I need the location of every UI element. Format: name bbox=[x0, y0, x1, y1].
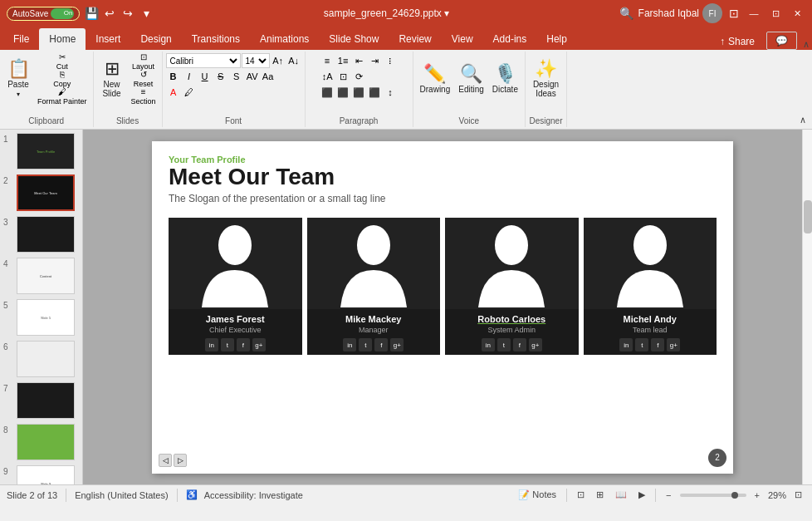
zoom-slider[interactable] bbox=[680, 494, 746, 497]
font-color-button[interactable]: A bbox=[166, 85, 181, 100]
tab-view[interactable]: View bbox=[442, 28, 483, 50]
notes-button[interactable]: 📝 Notes bbox=[515, 489, 560, 501]
minimize-button[interactable]: — bbox=[746, 5, 762, 22]
editing-button[interactable]: 🔍 Editing bbox=[455, 53, 487, 105]
tab-design[interactable]: Design bbox=[130, 28, 181, 50]
smartart-button[interactable]: ⟳ bbox=[351, 69, 366, 84]
align-left-button[interactable]: ⬛ bbox=[320, 85, 335, 100]
shadow-button[interactable]: S bbox=[229, 69, 244, 84]
cut-button[interactable]: ✂ Cut bbox=[35, 53, 90, 70]
italic-button[interactable]: I bbox=[182, 69, 197, 84]
font-size-select[interactable]: 14 bbox=[242, 53, 270, 68]
social-twitter-1[interactable]: t bbox=[221, 338, 234, 351]
slide-thumb-6[interactable]: 6 bbox=[3, 341, 76, 377]
slide-title[interactable]: Meet Our Team bbox=[169, 165, 717, 190]
strikethrough-button[interactable]: S bbox=[213, 69, 228, 84]
normal-view-button[interactable]: ⊡ bbox=[574, 489, 588, 501]
filename-dropdown-icon[interactable]: ▾ bbox=[444, 7, 449, 19]
slide-canvas[interactable]: Your Team Profile Meet Our Team The Slog… bbox=[152, 141, 733, 474]
zoom-out-button[interactable]: − bbox=[663, 489, 674, 501]
social-linkedin-4[interactable]: in bbox=[619, 338, 633, 351]
slide-thumb-9[interactable]: 9 Slide 9 bbox=[3, 465, 76, 484]
change-case-button[interactable]: Aa bbox=[261, 69, 276, 84]
tab-file[interactable]: File bbox=[3, 28, 39, 50]
collapse-ribbon-button2[interactable]: ∧ bbox=[797, 115, 809, 125]
zoom-in-button[interactable]: + bbox=[751, 489, 763, 501]
slide-thumb-4[interactable]: 4 Content bbox=[3, 258, 76, 294]
slide-nav-next[interactable]: ▷ bbox=[174, 454, 187, 467]
profile-area[interactable]: Farshad Iqbal FI bbox=[638, 3, 722, 23]
ribbon-display-icon[interactable]: ⊡ bbox=[727, 7, 741, 20]
social-facebook-2[interactable]: f bbox=[374, 338, 388, 351]
numbering-button[interactable]: 1≡ bbox=[335, 53, 350, 68]
slide-show-button[interactable]: ▶ bbox=[635, 489, 648, 501]
font-name-select[interactable]: Calibri bbox=[166, 53, 241, 68]
restore-button[interactable]: ⊡ bbox=[767, 5, 784, 22]
copy-button[interactable]: ⎘ Copy bbox=[35, 71, 90, 87]
social-twitter-3[interactable]: t bbox=[497, 338, 511, 351]
social-google-2[interactable]: g+ bbox=[390, 338, 404, 351]
collapse-ribbon-button[interactable]: ∧ bbox=[800, 39, 812, 50]
tab-insert[interactable]: Insert bbox=[86, 28, 130, 50]
tab-review[interactable]: Review bbox=[389, 28, 441, 50]
save-icon[interactable]: 💾 bbox=[85, 7, 98, 20]
social-google-3[interactable]: g+ bbox=[529, 338, 542, 351]
slide-thumb-5[interactable]: 5 Slide 5 bbox=[3, 299, 76, 336]
align-center-button[interactable]: ⬛ bbox=[335, 85, 350, 100]
reading-view-button[interactable]: 📖 bbox=[612, 489, 630, 501]
reset-button[interactable]: ↺ Reset bbox=[129, 71, 159, 87]
slide-sorter-button[interactable]: ⊞ bbox=[593, 489, 607, 501]
text-direction-button[interactable]: ↕A bbox=[320, 69, 335, 84]
paste-dropdown-icon[interactable]: ▾ bbox=[17, 91, 20, 98]
increase-font-button[interactable]: A↑ bbox=[271, 53, 286, 68]
scroll-thumb[interactable] bbox=[804, 200, 812, 233]
columns-button[interactable]: ⫶ bbox=[383, 53, 398, 68]
social-google-1[interactable]: g+ bbox=[252, 338, 266, 351]
social-facebook-4[interactable]: f bbox=[651, 338, 664, 351]
vertical-scrollbar[interactable] bbox=[802, 130, 812, 484]
increase-indent-button[interactable]: ⇥ bbox=[367, 53, 382, 68]
tab-slideshow[interactable]: Slide Show bbox=[319, 28, 389, 50]
new-slide-button[interactable]: ⊞ New Slide bbox=[97, 53, 127, 105]
social-facebook-3[interactable]: f bbox=[513, 338, 526, 351]
highlight-button[interactable]: 🖊 bbox=[182, 85, 197, 100]
format-painter-button[interactable]: 🖌 Format Painter bbox=[35, 88, 90, 105]
fit-page-button[interactable]: ⊡ bbox=[791, 489, 805, 501]
social-twitter-4[interactable]: t bbox=[635, 338, 648, 351]
autosave-toggle[interactable] bbox=[51, 8, 74, 19]
autosave-badge[interactable]: AutoSave bbox=[7, 7, 80, 21]
bullets-button[interactable]: ≡ bbox=[320, 53, 335, 68]
dictate-button[interactable]: 🎙️ Dictate bbox=[489, 53, 521, 105]
align-text-button[interactable]: ⊡ bbox=[335, 69, 350, 84]
customize-icon[interactable]: ▾ bbox=[139, 7, 153, 20]
section-button[interactable]: ≡ Section bbox=[129, 88, 159, 105]
underline-button[interactable]: U bbox=[198, 69, 213, 84]
bold-button[interactable]: B bbox=[166, 69, 181, 84]
paste-button[interactable]: 📋 Paste ▾ bbox=[3, 53, 33, 105]
undo-icon[interactable]: ↩ bbox=[103, 7, 116, 20]
close-button[interactable]: ✕ bbox=[789, 5, 805, 22]
slide-thumb-3[interactable]: 3 bbox=[3, 216, 76, 253]
tab-transitions[interactable]: Transitions bbox=[182, 28, 250, 50]
decrease-font-button[interactable]: A↓ bbox=[286, 53, 301, 68]
slide-nav-prev[interactable]: ◁ bbox=[159, 454, 172, 467]
comments-button[interactable]: 💬 bbox=[766, 32, 797, 50]
accessibility-text[interactable]: Accessibility: Investigate bbox=[204, 490, 303, 500]
search-icon[interactable]: 🔍 bbox=[620, 7, 633, 20]
character-spacing-button[interactable]: AV bbox=[245, 69, 260, 84]
align-right-button[interactable]: ⬛ bbox=[351, 85, 366, 100]
drawing-button[interactable]: ✏️ Drawing bbox=[417, 53, 454, 105]
decrease-indent-button[interactable]: ⇤ bbox=[351, 53, 366, 68]
social-linkedin-2[interactable]: in bbox=[343, 338, 356, 351]
share-button[interactable]: ↑ Share bbox=[712, 33, 763, 50]
zoom-level[interactable]: 29% bbox=[768, 490, 786, 500]
design-ideas-button[interactable]: ✨ Design Ideas bbox=[530, 53, 562, 105]
tab-animations[interactable]: Animations bbox=[250, 28, 319, 50]
social-linkedin-1[interactable]: in bbox=[205, 338, 218, 351]
slide-thumb-1[interactable]: 1 Team Profile bbox=[3, 133, 76, 170]
layout-button[interactable]: ⊡ Layout bbox=[129, 53, 159, 70]
justify-button[interactable]: ⬛ bbox=[367, 85, 382, 100]
social-twitter-2[interactable]: t bbox=[359, 338, 372, 351]
tab-home[interactable]: Home bbox=[39, 28, 86, 50]
social-facebook-1[interactable]: f bbox=[237, 338, 250, 351]
